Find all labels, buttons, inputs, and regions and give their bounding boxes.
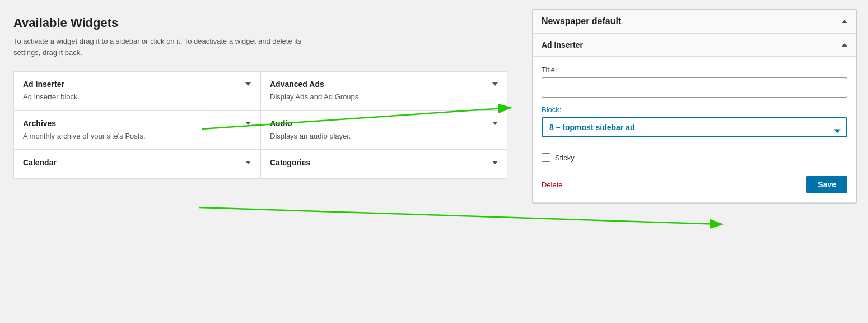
widget-advanced-ads-title: Advanced Ads: [270, 80, 324, 89]
widget-categories[interactable]: Categories: [260, 150, 507, 179]
ad-inserter-widget-title: Ad Inserter: [542, 40, 583, 49]
widget-archives[interactable]: Archives A monthly archive of your site'…: [13, 110, 260, 150]
chevron-down-icon: [245, 161, 251, 164]
save-button[interactable]: Save: [806, 176, 847, 193]
widget-ad-inserter-desc: Ad Inserter block.: [23, 92, 251, 102]
page-title: Available Widgets: [13, 16, 507, 30]
widgets-grid: Ad Inserter Ad Inserter block. Advanced …: [13, 71, 507, 179]
chevron-up-icon[interactable]: [842, 20, 847, 23]
block-select-wrapper: 8 – topmost sidebar ad 1 – header ad 2 –…: [542, 117, 847, 145]
widget-ad-inserter-title: Ad Inserter: [23, 80, 64, 89]
title-label: Title:: [542, 66, 847, 74]
widget-audio-title: Audio: [270, 119, 292, 128]
widget-audio-desc: Displays an audio player.: [270, 131, 498, 141]
sticky-label: Sticky: [555, 154, 575, 162]
right-panel: Newspaper default Ad Inserter Title: Blo…: [521, 0, 868, 323]
sidebar-header[interactable]: Newspaper default: [533, 10, 856, 34]
widget-archives-title: Archives: [23, 119, 56, 128]
chevron-down-icon: [492, 82, 498, 86]
form-footer: Delete Save: [542, 171, 847, 193]
widget-advanced-ads[interactable]: Advanced Ads Display Ads and Ad Groups.: [260, 71, 507, 110]
sidebar-title: Newspaper default: [542, 16, 621, 26]
chevron-down-icon: [245, 82, 251, 86]
ad-inserter-chevron-up-icon[interactable]: [842, 43, 847, 47]
widget-calendar-title: Calendar: [23, 158, 57, 167]
title-input[interactable]: [542, 77, 847, 98]
ad-inserter-header[interactable]: Ad Inserter: [533, 34, 856, 57]
block-select[interactable]: 8 – topmost sidebar ad 1 – header ad 2 –…: [542, 117, 847, 137]
chevron-down-icon: [492, 161, 498, 164]
widget-ad-inserter[interactable]: Ad Inserter Ad Inserter block.: [13, 71, 260, 110]
ad-inserter-section: Ad Inserter Title: Block: 8 – topmost si…: [533, 34, 856, 203]
delete-link[interactable]: Delete: [542, 181, 563, 189]
sticky-checkbox[interactable]: [542, 153, 550, 162]
block-label: Block:: [542, 105, 847, 114]
widget-advanced-ads-desc: Display Ads and Ad Groups.: [270, 92, 498, 102]
widget-calendar[interactable]: Calendar: [13, 150, 260, 179]
widget-categories-title: Categories: [270, 158, 310, 167]
widget-archives-desc: A monthly archive of your site's Posts.: [23, 131, 251, 141]
page-description: To activate a widget drag it to a sideba…: [13, 36, 305, 58]
widget-audio[interactable]: Audio Displays an audio player.: [260, 110, 507, 150]
chevron-down-icon: [492, 122, 498, 125]
ad-inserter-body: Title: Block: 8 – topmost sidebar ad 1 –…: [533, 57, 856, 202]
chevron-down-icon: [245, 122, 251, 125]
sticky-row: Sticky: [542, 153, 847, 162]
sidebar-box: Newspaper default Ad Inserter Title: Blo…: [532, 9, 857, 204]
